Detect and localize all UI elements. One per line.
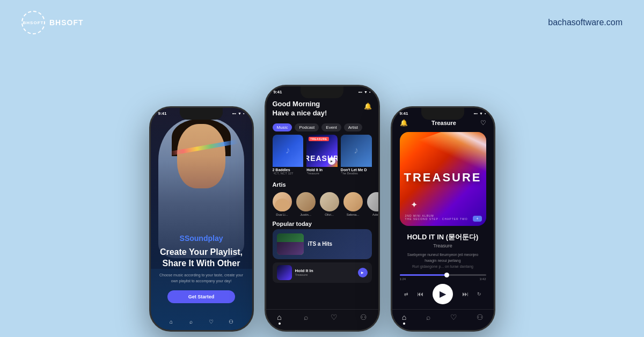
track-thumbnail	[277, 265, 292, 280]
artist-item-2[interactable]: Justin...	[296, 192, 316, 216]
app-name: Soundplay	[185, 234, 223, 243]
album-title-2: Hold It In	[306, 168, 338, 172]
phone3-bottom-nav: ⌂ ⌕ ♡ ⚇	[392, 309, 494, 330]
album-card-1[interactable]: ♪ 2 Baddles NCT, NCT 127	[273, 135, 304, 175]
time-2: 9:41	[274, 90, 282, 94]
time-row: 1:24 3:42	[400, 277, 486, 281]
bell-icon[interactable]: 🔔	[364, 102, 372, 110]
get-started-button[interactable]: Get Started	[167, 290, 235, 303]
album-artist-3: The Beatles	[341, 172, 372, 175]
top-bar: BHSOFT BHSOFT bachasoftware.com	[0, 11, 644, 34]
progress-fill	[400, 274, 448, 276]
phone-3-player: 9:41 ▪▪▪▼▪ 🔔 Treasure ♡ TREASURE ✦ 2ND M…	[391, 106, 495, 332]
next-button[interactable]: ⏭	[462, 290, 469, 298]
notch-2	[301, 86, 343, 98]
album-card-3[interactable]: ♪ Don't Let Me D The Beatles	[341, 135, 372, 175]
filter-artist[interactable]: Artist	[344, 123, 362, 131]
time-end: 3:42	[480, 277, 486, 281]
status-icons-2: ▪▪▪▼▪	[358, 90, 371, 94]
track-item[interactable]: Hold It In Treasure ▶	[273, 262, 372, 283]
play-badge-2[interactable]: ▶	[328, 157, 335, 165]
phone2-content: 9:41 ▪▪▪▼▪ Good Morning Have a nice day!…	[266, 86, 378, 330]
album-title-3: Don't Let Me D	[341, 168, 372, 172]
song-title: HOLD IT IN (묻어둔다)	[400, 232, 486, 242]
album-thumb-3: ♪	[341, 135, 372, 167]
popular-section: iTS a Hits Hold It In Treasure ▶	[266, 229, 378, 283]
filter-event[interactable]: Event	[321, 123, 341, 131]
artist-item-1[interactable]: Dua Li...	[273, 192, 292, 216]
nav3-search-icon[interactable]: ⌕	[426, 313, 430, 325]
nav-home-icon[interactable]: ⌂	[167, 317, 175, 326]
nav-user-icon[interactable]: ⚇	[227, 317, 236, 326]
artist-name-1: Dua Li...	[276, 213, 288, 216]
status-icons-1: ▪▪▪▼▪	[232, 112, 245, 115]
logo-icon: BHSOFT	[21, 11, 45, 34]
album-card-2[interactable]: TREASURE TREASURE ▶ Hold It In Treasure	[306, 135, 338, 175]
popular-card[interactable]: iTS a Hits	[273, 229, 372, 259]
hero-title: Create Your Playlist, Share It With Othe…	[159, 247, 244, 269]
splash-content: SSoundplay Create Your Playlist, Share I…	[151, 234, 252, 303]
nav2-home-icon[interactable]: ⌂	[277, 313, 281, 325]
treasure-badge: TREASURE	[309, 137, 329, 141]
notch-3	[421, 108, 464, 120]
artist-name-4: Selena...	[347, 213, 360, 216]
nav3-home-icon[interactable]: ⌂	[402, 313, 406, 325]
artists-row: Dua Li... Justin... Olivi... Selena... A…	[266, 190, 378, 218]
website-url: bachasoftware.com	[548, 18, 623, 27]
lyrics-line-3: Ruri gidaegone p... on turae dantang	[400, 263, 486, 269]
artist-name-5: Adele	[372, 213, 378, 216]
track-artist: Treasure	[295, 273, 355, 276]
album-art-title: TREASURE	[404, 171, 481, 185]
logo-s: S	[180, 234, 185, 243]
player-heart-icon[interactable]: ♡	[480, 119, 486, 127]
artist-avatar-4	[343, 192, 363, 211]
phone-1-splash: 9:41 ▪▪▪▼▪ SSoundplay Create Your Playli…	[149, 106, 254, 332]
album-artist-2: Treasure	[306, 172, 338, 175]
artist-item-3[interactable]: Olivi...	[320, 192, 339, 216]
filter-music[interactable]: Music	[273, 123, 292, 131]
progress-thumb	[444, 273, 449, 277]
prev-button[interactable]: ⏮	[417, 290, 423, 298]
greeting-line1: Good Morning	[273, 100, 320, 108]
artist-avatar-2	[296, 192, 316, 211]
repeat-button[interactable]: ↻	[477, 291, 481, 297]
nav3-heart-icon[interactable]: ♡	[450, 313, 457, 325]
nav3-user-icon[interactable]: ⚇	[477, 313, 484, 325]
artist-avatar-3	[320, 192, 339, 211]
brand-name: BHSOFT	[49, 18, 84, 27]
album-thumb-1: ♪	[273, 135, 304, 167]
nav-search-icon[interactable]: ⌕	[187, 317, 195, 326]
player-title: Treasure	[408, 120, 480, 126]
nav2-user-icon[interactable]: ⚇	[360, 313, 367, 325]
face	[177, 124, 225, 188]
filter-podcast[interactable]: Podcast	[295, 123, 319, 131]
artist-item-4[interactable]: Selena...	[343, 192, 363, 216]
filter-tabs: Music Podcast Event Artist	[266, 120, 378, 135]
nav2-search-icon[interactable]: ⌕	[304, 313, 308, 325]
album-artist-1: NCT, NCT 127	[273, 172, 304, 175]
song-artist: Treasure	[400, 243, 486, 248]
track-play-button[interactable]: ▶	[358, 268, 368, 277]
play-pause-button[interactable]: ▶	[433, 284, 453, 304]
artist-item-5[interactable]: Adele	[367, 192, 378, 216]
progress-bar[interactable]	[400, 274, 486, 276]
artist-name-2: Justin...	[300, 213, 311, 216]
lyrics-line-1: Saebyenge nuneul tteumyeon jeil meonjeo	[400, 252, 486, 258]
home-header: Good Morning Have a nice day! 🔔	[266, 96, 378, 120]
artist-name-3: Olivi...	[325, 213, 334, 216]
player-bell-icon[interactable]: 🔔	[400, 119, 408, 127]
phones-container: 9:41 ▪▪▪▼▪ SSoundplay Create Your Playli…	[0, 32, 644, 337]
phone2-bottom-nav: ⌂ ⌕ ♡ ⚇	[266, 309, 378, 330]
popular-playlist-title: iTS a Hits	[308, 241, 333, 247]
sparkle-icon: ✦	[411, 200, 418, 210]
album-thumb-2: TREASURE TREASURE ▶	[306, 135, 338, 167]
album-art: TREASURE ✦ 2ND MINI ALBUMTHE SECOND STEP…	[400, 132, 486, 226]
album-title-1: 2 Baddles	[273, 168, 304, 172]
artist-avatar-5	[367, 192, 378, 211]
nav2-heart-icon[interactable]: ♡	[331, 313, 338, 325]
phone1-bottom-nav: ⌂ ⌕ ♡ ⚇	[151, 317, 252, 326]
time-3: 9:41	[400, 111, 408, 116]
nav-heart-icon[interactable]: ♡	[207, 317, 216, 326]
app-logo: SSoundplay	[159, 234, 244, 243]
shuffle-button[interactable]: ⇄	[404, 291, 408, 297]
